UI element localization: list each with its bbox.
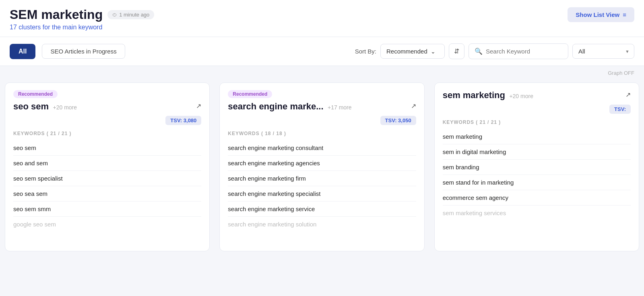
card-title: search engine marke... — [228, 101, 323, 111]
cards-container: Recommended seo sem +20 more ↗ TSV: 3,08… — [0, 76, 644, 258]
card-title-group: search engine marke... +17 more — [228, 101, 351, 112]
card-title-row: search engine marke... +17 more ↗ — [228, 101, 416, 112]
show-list-label: Show List View — [576, 11, 619, 18]
keyword-item: search engine marketing service — [228, 201, 416, 217]
keyword-card: Recommended search engine marke... +17 m… — [219, 82, 424, 251]
keyword-card: sem marketing +20 more ↗ TSV: KEYWORDS (… — [434, 82, 639, 251]
keywords-list: search engine marketing consultantsearch… — [228, 140, 416, 232]
page-title: SEM marketing ⏲ 1 minute ago — [10, 7, 154, 22]
time-label: 1 minute ago — [119, 12, 149, 18]
tab-all-button[interactable]: All — [10, 44, 35, 59]
graph-toggle-bar: Graph OFF — [0, 66, 644, 76]
search-box: 🔍 — [469, 43, 568, 59]
page-header: SEM marketing ⏲ 1 minute ago 17 clusters… — [0, 0, 644, 37]
keyword-item: seo sem specialist — [13, 171, 201, 186]
keywords-header: KEYWORDS ( 21 / 21 ) — [443, 119, 631, 125]
keyword-item: google seo sem — [13, 217, 201, 232]
keywords-list: sem marketingsem in digital marketingsem… — [443, 129, 631, 220]
sort-value: Recommended — [386, 48, 427, 55]
card-title-group: seo sem +20 more — [13, 101, 77, 112]
keyword-item: seo sem smm — [13, 201, 201, 217]
keywords-list: seo semseo and semseo sem specialistseo … — [13, 140, 201, 232]
expand-icon[interactable]: ↗ — [625, 91, 631, 99]
graph-off-label: Graph OFF — [608, 70, 634, 76]
toolbar: All SEO Articles in Progress Sort By: Re… — [0, 37, 644, 66]
expand-icon[interactable]: ↗ — [411, 102, 416, 110]
clock-icon: ⏲ — [112, 12, 117, 18]
tsv-badge: TSV: — [609, 105, 631, 114]
card-title: sem marketing — [443, 90, 505, 100]
keyword-item: sem in digital marketing — [443, 144, 631, 160]
keyword-card: Recommended seo sem +20 more ↗ TSV: 3,08… — [5, 82, 210, 251]
list-icon: ≡ — [623, 11, 626, 18]
keyword-item: sem marketing — [443, 129, 631, 144]
tsv-badge: TSV: 3,080 — [165, 116, 201, 125]
keyword-item: sem branding — [443, 160, 631, 175]
search-icon: 🔍 — [475, 47, 483, 55]
keyword-item: ecommerce sem agency — [443, 190, 631, 206]
card-more: +20 more — [53, 104, 77, 111]
recommended-badge: Recommended — [228, 90, 272, 98]
filter-select[interactable]: All Recommended In Progress — [572, 44, 634, 59]
sort-order-icon: ⇵ — [454, 48, 459, 55]
card-more: +17 more — [328, 104, 352, 111]
recommended-badge: Recommended — [13, 90, 58, 98]
header-left: SEM marketing ⏲ 1 minute ago 17 clusters… — [10, 7, 154, 31]
keyword-item: seo and sem — [13, 156, 201, 171]
keyword-item: search engine marketing consultant — [228, 140, 416, 156]
keyword-item: seo sem — [13, 140, 201, 156]
card-title-row: seo sem +20 more ↗ — [13, 101, 201, 112]
expand-icon[interactable]: ↗ — [196, 102, 201, 110]
keywords-header: KEYWORDS ( 21 / 21 ) — [13, 131, 201, 136]
keyword-item: seo sea sem — [13, 186, 201, 201]
keyword-item: search engine marketing solution — [228, 217, 416, 232]
sort-dropdown[interactable]: Recommended ⌄ — [380, 44, 445, 59]
card-more: +20 more — [509, 93, 533, 99]
sort-section: Sort By: Recommended ⌄ ⇵ 🔍 All Recommend… — [355, 43, 634, 59]
sort-order-button[interactable]: ⇵ — [449, 43, 464, 59]
sort-label: Sort By: — [355, 48, 376, 55]
show-list-button[interactable]: Show List View ≡ — [568, 7, 634, 22]
tsv-badge: TSV: 3,050 — [380, 116, 416, 125]
card-title-group: sem marketing +20 more — [443, 90, 533, 101]
time-badge: ⏲ 1 minute ago — [107, 10, 154, 19]
title-text: SEM marketing — [10, 7, 103, 22]
header-right: Show List View ≡ — [568, 7, 634, 22]
filter-wrapper: All Recommended In Progress — [572, 44, 634, 59]
card-title-row: sem marketing +20 more ↗ — [443, 90, 631, 101]
keyword-item: search engine marketing specialist — [228, 186, 416, 201]
tab-progress-button[interactable]: SEO Articles in Progress — [42, 44, 125, 59]
keywords-header: KEYWORDS ( 18 / 18 ) — [228, 131, 416, 136]
keyword-item: search engine marketing firm — [228, 171, 416, 186]
keyword-item: search engine marketing agencies — [228, 156, 416, 171]
search-input[interactable] — [486, 48, 562, 55]
card-title: seo sem — [13, 101, 49, 111]
chevron-down-icon: ⌄ — [431, 48, 436, 55]
clusters-subtitle: 17 clusters for the main keyword — [10, 24, 154, 31]
keyword-item: sem marketing services — [443, 206, 631, 220]
keyword-item: sem stand for in marketing — [443, 175, 631, 190]
